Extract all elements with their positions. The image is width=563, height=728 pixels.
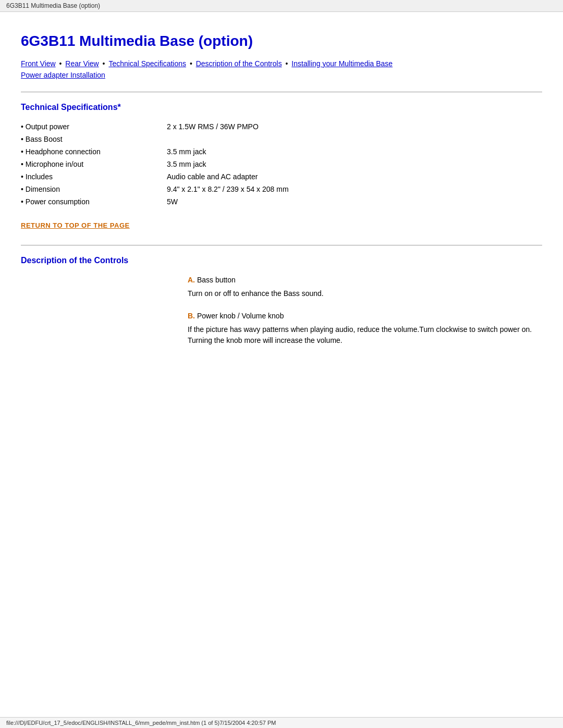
spec-value-dimension: 9.4" x 2.1" x 8.2" / 239 x 54 x 208 mm (167, 185, 542, 193)
spec-row-microphone: • Microphone in/out 3.5 mm jack (21, 160, 542, 168)
spec-label-includes: • Includes (21, 172, 167, 181)
divider-middle (21, 245, 542, 245)
nav-link-tech-specs[interactable]: Technical Specifications (108, 59, 186, 68)
spec-row-dimension: • Dimension 9.4" x 2.1" x 8.2" / 239 x 5… (21, 185, 542, 193)
spec-label-bass-boost: • Bass Boost (21, 135, 167, 143)
separator-4: • (286, 59, 290, 68)
control-b-description: If the picture has wavy patterns when pl… (188, 324, 542, 346)
spec-label-dimension: • Dimension (21, 185, 167, 193)
spec-row-headphone: • Headphone connection 3.5 mm jack (21, 147, 542, 156)
browser-tab: 6G3B11 Multimedia Base (option) (0, 0, 563, 12)
control-a-label: A. Bass button (188, 276, 542, 284)
spec-row-power-consumption: • Power consumption 5W (21, 198, 542, 206)
nav-link-power-adapter[interactable]: Power adapter Installation (21, 71, 105, 79)
controls-text-area: A. Bass button Turn on or off to enhance… (188, 276, 542, 432)
separator-3: • (190, 59, 194, 68)
control-b-letter: B. (188, 312, 195, 320)
controls-image-area (21, 276, 167, 432)
page-content: 6G3B11 Multimedia Base (option) Front Vi… (0, 12, 563, 463)
tech-specs-title: Technical Specifications* (21, 103, 542, 112)
spec-value-headphone: 3.5 mm jack (167, 147, 542, 156)
spec-value-output-power: 2 x 1.5W RMS / 36W PMPO (167, 122, 542, 131)
spec-label-output-power: • Output power (21, 122, 167, 131)
spec-value-microphone: 3.5 mm jack (167, 160, 542, 168)
nav-link-installing[interactable]: Installing your Multimedia Base (291, 59, 393, 68)
divider-top (21, 92, 542, 92)
tab-title: 6G3B11 Multimedia Base (option) (6, 2, 100, 9)
control-a-letter: A. (188, 276, 195, 284)
control-b-name: Power knob / Volume knob (197, 312, 284, 320)
controls-section: Description of the Controls A. Bass butt… (21, 256, 542, 432)
control-b-label: B. Power knob / Volume knob (188, 312, 542, 320)
control-item-b: B. Power knob / Volume knob If the pictu… (188, 312, 542, 346)
nav-links: Front View • Rear View • Technical Speci… (21, 58, 542, 81)
controls-section-title: Description of the Controls (21, 256, 542, 265)
spec-label-headphone: • Headphone connection (21, 147, 167, 156)
spec-label-power-consumption: • Power consumption (21, 198, 167, 206)
separator-1: • (59, 59, 64, 68)
control-a-description: Turn on or off to enhance the Bass sound… (188, 288, 542, 299)
status-bar-text: file:///D|/EDFU/crt_17_5/edoc/ENGLISH/IN… (6, 720, 276, 726)
control-item-a: A. Bass button Turn on or off to enhance… (188, 276, 542, 299)
nav-link-controls[interactable]: Description of the Controls (196, 59, 282, 68)
spec-value-power-consumption: 5W (167, 198, 542, 206)
tech-specs-section: Technical Specifications* • Output power… (21, 103, 542, 235)
spec-value-includes: Audio cable and AC adapter (167, 172, 542, 181)
return-to-top-link[interactable]: RETURN TO TOP OF THE PAGE (21, 221, 130, 229)
spec-row-output-power: • Output power 2 x 1.5W RMS / 36W PMPO (21, 122, 542, 131)
spec-row-includes: • Includes Audio cable and AC adapter (21, 172, 542, 181)
separator-2: • (103, 59, 107, 68)
page-title: 6G3B11 Multimedia Base (option) (21, 33, 542, 50)
spec-label-microphone: • Microphone in/out (21, 160, 167, 168)
status-bar: file:///D|/EDFU/crt_17_5/edoc/ENGLISH/IN… (0, 717, 563, 728)
controls-layout: A. Bass button Turn on or off to enhance… (21, 276, 542, 432)
spec-value-bass-boost (167, 135, 542, 143)
spec-row-bass-boost: • Bass Boost (21, 135, 542, 143)
control-a-name: Bass button (197, 276, 236, 284)
specs-table: • Output power 2 x 1.5W RMS / 36W PMPO •… (21, 122, 542, 206)
nav-link-rear-view[interactable]: Rear View (65, 59, 99, 68)
nav-link-front-view[interactable]: Front View (21, 59, 56, 68)
